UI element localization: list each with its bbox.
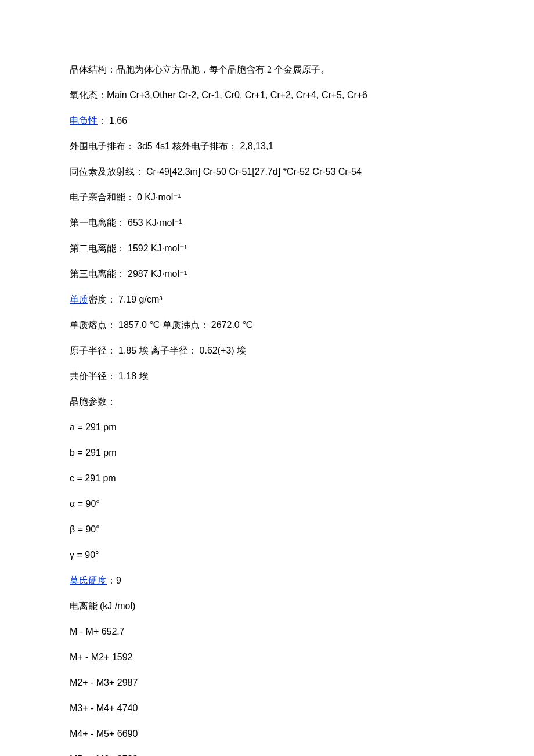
text-span: 9 [116, 575, 121, 585]
text-span: 2672.0 ℃ [211, 320, 252, 330]
text-span: β = 90° [70, 524, 100, 534]
text-span: a = 291 pm [70, 422, 117, 432]
text-span: Cr-49[42.3m] Cr-50 Cr-51[27.7d] *Cr-52 C… [146, 167, 362, 177]
text-span: (kJ /mol) [100, 601, 135, 611]
text-span: 1.18 [118, 371, 139, 381]
text-line: M5+ - M6+ 8738 [70, 753, 464, 756]
text-line: 莫氏硬度：9 [70, 574, 464, 588]
text-line: 原子半径： 1.85 埃 离子半径： 0.62(+3) 埃 [70, 344, 464, 358]
text-line: β = 90° [70, 523, 464, 537]
text-line: 外围电子排布： 3d5 4s1 核外电子排布： 2,8,13,1 [70, 139, 464, 153]
text-span: 共价半径： [70, 371, 118, 381]
text-span: M+ - M2+ 1592 [70, 652, 133, 662]
text-line: 氧化态：Main Cr+3,Other Cr-2, Cr-1, Cr0, Cr+… [70, 88, 464, 102]
text-span: 第二电离能： [70, 243, 128, 253]
text-line: 晶胞参数： [70, 395, 464, 409]
text-span: 2,8,13,1 [240, 141, 273, 151]
text-line: 电负性： 1.66 [70, 114, 464, 128]
text-line: a = 291 pm [70, 420, 464, 434]
text-span: M4+ - M5+ 6690 [70, 729, 138, 739]
text-span: 核外电子排布： [172, 141, 240, 151]
text-span: 埃 离子半径： [139, 345, 200, 355]
text-span: M3+ - M4+ 4740 [70, 703, 138, 713]
text-line: 第二电离能： 1592 KJ·mol⁻¹ [70, 242, 464, 255]
text-line: 第一电离能： 653 KJ·mol⁻¹ [70, 216, 464, 230]
text-span: 7.19 g/cm³ [118, 294, 163, 304]
text-line: 同位素及放射线： Cr-49[42.3m] Cr-50 Cr-51[27.7d]… [70, 165, 464, 179]
text-span: 1.66 [109, 116, 127, 125]
text-span: 外围电子排布： [70, 141, 137, 151]
text-line: b = 291 pm [70, 446, 464, 460]
text-span: 单质熔点： [70, 320, 118, 330]
text-span: 密度： [88, 294, 118, 304]
text-span: 电子亲合和能： [70, 192, 137, 202]
text-line: c = 291 pm [70, 471, 464, 485]
text-span: 晶胞参数： [70, 397, 116, 406]
text-line: α = 90° [70, 497, 464, 511]
text-span: Main Cr+3,Other Cr-2, Cr-1, Cr0, Cr+1, C… [107, 90, 367, 100]
text-span: 电离能 [70, 601, 100, 611]
text-span: 晶体结构：晶胞为体心立方晶胞，每个晶胞含有 2 个金属原子。 [70, 64, 330, 74]
text-span: 单质沸点： [163, 320, 211, 330]
text-span: c = 291 pm [70, 473, 116, 483]
text-line: M3+ - M4+ 4740 [70, 701, 464, 715]
hyperlink[interactable]: 电负性 [70, 116, 98, 125]
text-span: 第三电离能： [70, 269, 128, 279]
text-span: 埃 [139, 371, 149, 381]
text-span: 埃 [237, 345, 246, 355]
text-span: 原子半径： [70, 345, 118, 355]
text-line: M+ - M2+ 1592 [70, 650, 464, 664]
text-span: 2987 KJ·mol⁻¹ [128, 269, 187, 279]
text-line: M4+ - M5+ 6690 [70, 727, 464, 741]
text-span: 1592 KJ·mol⁻¹ [128, 243, 187, 253]
text-line: 单质熔点： 1857.0 ℃ 单质沸点： 2672.0 ℃ [70, 318, 464, 332]
text-span: 1.85 [118, 345, 139, 355]
text-line: 第三电离能： 2987 KJ·mol⁻¹ [70, 267, 464, 281]
text-span: γ = 90° [70, 550, 99, 560]
text-line: 电子亲合和能： 0 KJ·mol⁻¹ [70, 190, 464, 204]
text-span: 第一电离能： [70, 218, 128, 228]
text-span: 0 KJ·mol⁻¹ [137, 192, 181, 202]
text-span: 3d5 4s1 [137, 141, 172, 151]
text-span: 1857.0 ℃ [118, 320, 163, 330]
text-span: b = 291 pm [70, 448, 117, 458]
text-line: 单质密度： 7.19 g/cm³ [70, 293, 464, 307]
text-span: α = 90° [70, 499, 100, 509]
text-line: 晶体结构：晶胞为体心立方晶胞，每个晶胞含有 2 个金属原子。 [70, 63, 464, 77]
document-page: 晶体结构：晶胞为体心立方晶胞，每个晶胞含有 2 个金属原子。氧化态：Main C… [0, 0, 534, 756]
text-span: 同位素及放射线： [70, 167, 146, 177]
text-line: M2+ - M3+ 2987 [70, 676, 464, 690]
text-line: 共价半径： 1.18 埃 [70, 369, 464, 383]
text-span: ： [98, 116, 109, 125]
hyperlink[interactable]: 单质 [70, 294, 88, 304]
text-line: 电离能 (kJ /mol) [70, 599, 464, 613]
text-span: 0.62(+3) [200, 345, 237, 355]
text-line: γ = 90° [70, 548, 464, 562]
text-span: ： [107, 575, 116, 585]
text-span: 653 KJ·mol⁻¹ [128, 218, 182, 228]
hyperlink[interactable]: 莫氏硬度 [70, 575, 107, 585]
text-line: M - M+ 652.7 [70, 625, 464, 639]
text-span: M - M+ 652.7 [70, 627, 125, 636]
text-span: 氧化态： [70, 90, 107, 100]
text-span: M2+ - M3+ 2987 [70, 678, 138, 687]
